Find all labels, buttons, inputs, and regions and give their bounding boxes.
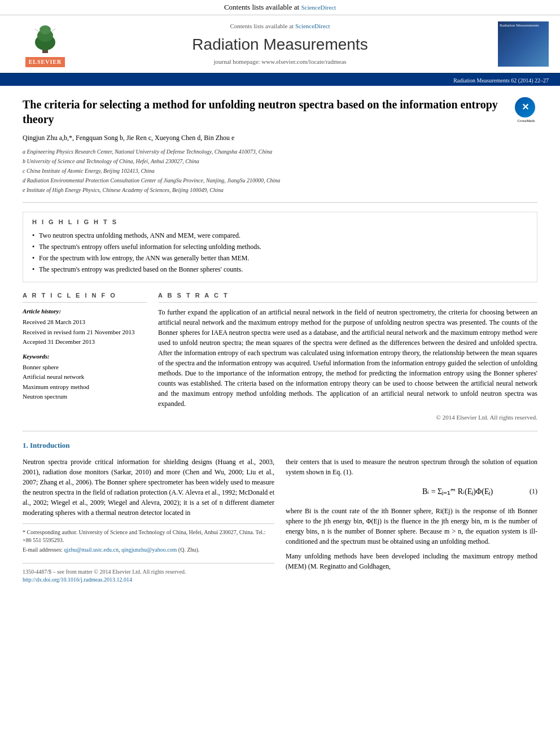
journal-cover: Radiation Measurements — [481, 21, 549, 67]
affiliation-a: a Engineering Physics Research Center, N… — [23, 147, 504, 156]
main-content: The criteria for selecting a method for … — [0, 86, 560, 595]
keywords-label: Keywords: — [23, 352, 147, 361]
article-strip: Radiation Measurements 62 (2014) 22–27 — [0, 76, 560, 86]
keyword-1: Bonner sphere — [23, 363, 147, 372]
email-link-1[interactable]: qjzhu@mail.ustc.edu.cn — [64, 547, 119, 553]
issn-line: 1350-4487/$ – see front matter © 2014 El… — [23, 568, 274, 576]
bottom-info: 1350-4487/$ – see front matter © 2014 El… — [23, 563, 274, 584]
left-column: A R T I C L E I N F O Article history: R… — [23, 291, 147, 422]
right-column: A B S T R A C T To further expand the ap… — [158, 291, 537, 422]
highlight-item-3: For the spectrum with low entropy, the A… — [32, 254, 528, 263]
highlights-title: H I G H L I G H T S — [32, 218, 528, 226]
svg-line-4 — [35, 29, 40, 32]
equation-formula: Bᵢ = Σⱼ₌₁ᵐ Rᵢ(Eⱼ)Φ(Eⱼ) — [400, 486, 515, 497]
received-revised-date: Received in revised form 21 November 201… — [23, 328, 147, 337]
intro-right: their centers that is used to measure th… — [286, 457, 537, 584]
journal-title: Radiation Measurements — [79, 33, 481, 55]
sciencedirect-header-link[interactable]: ScienceDirect — [295, 23, 330, 29]
affiliation-b: b University of Science and Technology o… — [23, 157, 504, 165]
elsevier-logo: ELSEVIER — [11, 21, 79, 67]
corresponding-footnote: * Corresponding author. University of Sc… — [23, 528, 274, 544]
copyright-line: © 2014 Elsevier Ltd. All rights reserved… — [158, 413, 537, 422]
journal-header: ELSEVIER Contents lists available at Sci… — [0, 15, 560, 74]
abstract-label: A B S T R A C T — [158, 291, 537, 303]
article-title-text: The criteria for selecting a method for … — [23, 97, 504, 195]
sciencedirect-header: Contents lists available at ScienceDirec… — [79, 22, 481, 30]
intro-body: Neutron spectra provide critical informa… — [23, 457, 537, 584]
affiliation-d: d Radiation Environmental Protection Con… — [23, 176, 504, 185]
journal-center: Contents lists available at ScienceDirec… — [79, 22, 481, 66]
doi-link[interactable]: http://dx.doi.org/10.1016/j.radmeas.2013… — [23, 576, 132, 583]
intro-right-para-2: where Bi is the count rate of the ith Bo… — [286, 506, 537, 547]
email-link-2[interactable]: qingjunzhu@yahoo.com — [121, 547, 177, 553]
article-info-abstract: A R T I C L E I N F O Article history: R… — [23, 291, 537, 422]
article-title-section: The criteria for selecting a method for … — [23, 97, 537, 203]
affiliations: a Engineering Physics Research Center, N… — [23, 147, 504, 194]
journal-cover-text: Radiation Measurements — [498, 21, 549, 29]
crossmark-label: CrossMark — [515, 119, 537, 124]
elsevier-label: ELSEVIER — [25, 57, 65, 67]
crossmark-badge: ✕ — [515, 97, 535, 117]
equation-number: (1) — [515, 487, 537, 496]
doi-line: http://dx.doi.org/10.1016/j.radmeas.2013… — [23, 576, 274, 584]
article-history-label: Article history: — [23, 307, 147, 316]
article-authors: Qingjun Zhu a,b,*, Fengquan Song b, Jie … — [23, 133, 504, 143]
keyword-4: Neutron spectrum — [23, 392, 147, 401]
crossmark: ✕ CrossMark — [515, 97, 537, 124]
email-footnote: E-mail addresses: qjzhu@mail.ustc.edu.cn… — [23, 546, 274, 554]
sciencedirect-link[interactable]: ScienceDirect — [301, 4, 336, 11]
article-citation: Radiation Measurements 62 (2014) 22–27 — [453, 77, 549, 84]
elsevier-tree-icon — [23, 21, 68, 55]
affiliation-e: e Institute of High Energy Physics, Chin… — [23, 186, 504, 194]
highlights-list: Two neutron spectra unfolding methods, A… — [32, 231, 528, 274]
journal-cover-image: Radiation Measurements — [498, 21, 549, 67]
affiliation-c: c China Institute of Atomic Energy, Beij… — [23, 167, 504, 175]
intro-right-para-3: Many unfolding methods have been develop… — [286, 551, 537, 571]
highlight-item-2: The spectrum's entropy offers useful inf… — [32, 242, 528, 252]
highlight-item-1: Two neutron spectra unfolding methods, A… — [32, 231, 528, 241]
svg-line-5 — [51, 29, 55, 32]
authors-line: Qingjun Zhu a,b,*, Fengquan Song b, Jie … — [23, 134, 234, 142]
top-bar: Contents lists available at ScienceDirec… — [0, 0, 560, 15]
intro-right-para-1: their centers that is used to measure th… — [286, 457, 537, 477]
intro-left-para-1: Neutron spectra provide critical informa… — [23, 457, 274, 518]
email-label: E-mail addresses: — [23, 547, 63, 553]
received-date: Received 28 March 2013 — [23, 318, 147, 326]
email-suffix: (Q. Zhu). — [178, 547, 200, 553]
intro-section: 1. Introduction Neutron spectra provide … — [23, 431, 537, 583]
abstract-text: To further expand the application of an … — [158, 307, 537, 409]
accepted-date: Accepted 31 December 2013 — [23, 338, 147, 346]
intro-number: 1. — [23, 441, 28, 449]
keywords-block: Keywords: Bonner sphere Artificial neura… — [23, 352, 147, 401]
equation-block: Bᵢ = Σⱼ₌₁ᵐ Rᵢ(Eⱼ)Φ(Eⱼ) (1) — [286, 484, 537, 500]
contents-label: Contents lists available at — [224, 3, 299, 11]
highlights-section: H I G H L I G H T S Two neutron spectra … — [23, 212, 537, 282]
svg-point-3 — [40, 25, 51, 34]
article-history: Article history: Received 28 March 2013 … — [23, 307, 147, 347]
keyword-2: Artificial neural network — [23, 373, 147, 381]
article-title: The criteria for selecting a method for … — [23, 97, 504, 126]
keyword-3: Maximum entropy method — [23, 383, 147, 391]
footnote-section: * Corresponding author. University of Sc… — [23, 523, 274, 554]
intro-left: Neutron spectra provide critical informa… — [23, 457, 274, 584]
contents-available-text: Contents lists available at — [230, 23, 294, 29]
journal-homepage: journal homepage: www.elsevier.com/locat… — [79, 58, 481, 66]
intro-title: 1. Introduction — [23, 440, 537, 451]
highlight-item-4: The spectrum's entropy was predicted bas… — [32, 265, 528, 274]
intro-heading: Introduction — [30, 441, 70, 449]
article-info-label: A R T I C L E I N F O — [23, 291, 147, 303]
